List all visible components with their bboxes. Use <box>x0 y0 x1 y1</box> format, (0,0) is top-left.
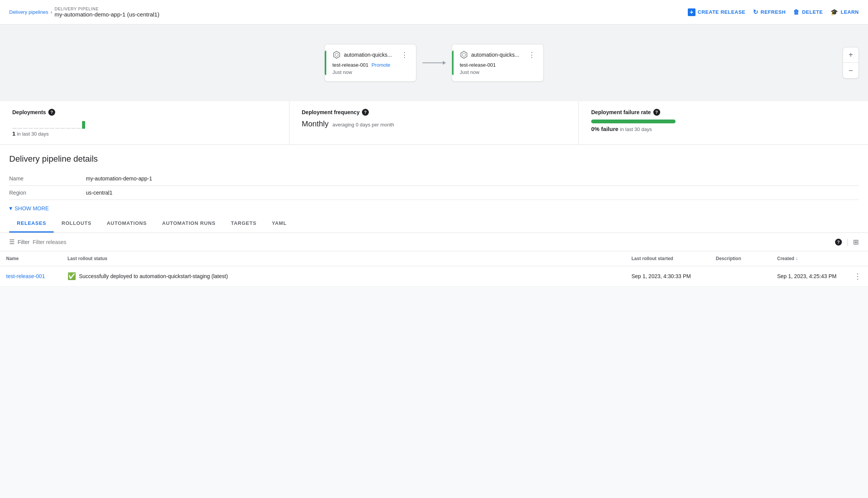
delete-icon: 🗑 <box>793 9 800 16</box>
pipeline-canvas: automation-quicks... ⋮ test-release-001 … <box>0 25 868 101</box>
releases-table: Name Last rollout status Last rollout st… <box>0 251 868 287</box>
delivery-pipelines-link[interactable]: Delivery pipelines <box>9 9 48 15</box>
chart-dash-6 <box>39 128 44 129</box>
status-cell: ✅ Successfully deployed to automation-qu… <box>67 272 619 280</box>
chart-dash-7 <box>44 128 49 129</box>
failure-label: Deployment failure rate ? <box>591 109 856 116</box>
chart-dash-4 <box>28 128 33 129</box>
row-name: test-release-001 <box>0 266 61 287</box>
failure-value: 0% failure in last 30 days <box>591 126 856 132</box>
create-release-button[interactable]: + CREATE RELEASE <box>688 8 746 16</box>
deployments-period: in last 30 days <box>17 131 49 137</box>
chart-dash-9 <box>55 128 60 129</box>
learn-button[interactable]: 🎓 LEARN <box>830 8 859 16</box>
show-more-button[interactable]: ▾ SHOW MORE <box>9 200 859 215</box>
chart-dash-10 <box>61 128 65 129</box>
frequency-label: Deployment frequency ? <box>302 109 566 116</box>
filter-divider: | <box>847 238 848 246</box>
create-release-label: CREATE RELEASE <box>698 9 746 15</box>
delete-label: DELETE <box>802 9 823 15</box>
frequency-help-icon[interactable]: ? <box>362 109 369 116</box>
detail-label: Name <box>9 172 86 186</box>
row-actions: ⋮ <box>848 266 868 287</box>
deployments-value: 1 in last 30 days <box>12 130 277 137</box>
filter-bar: ☰ Filter ? | ⊞ <box>0 233 868 251</box>
tab-releases[interactable]: RELEASES <box>9 215 54 233</box>
node-2-icon <box>460 51 468 59</box>
breadcrumb-chevron: › <box>51 9 52 15</box>
filter-input[interactable] <box>33 239 109 245</box>
breadcrumb: Delivery pipelines › DELIVERY PIPELINE m… <box>9 7 159 18</box>
chart-dash-1 <box>12 128 17 129</box>
promote-button[interactable]: Promote <box>372 62 390 68</box>
frequency-value-row: Monthly averaging 0 days per month <box>302 120 566 128</box>
arrow-line <box>422 62 446 63</box>
show-more-label: SHOW MORE <box>15 205 49 211</box>
failure-period: in last 30 days <box>620 126 652 132</box>
delete-button[interactable]: 🗑 DELETE <box>793 9 823 16</box>
plus-icon: + <box>688 8 695 16</box>
detail-value: my-automation-demo-app-1 <box>86 172 859 186</box>
node-1-menu-button[interactable]: ⋮ <box>401 51 408 59</box>
col-actions <box>848 251 868 266</box>
node-2-title: automation-quicks... <box>460 51 519 59</box>
node-1-name: automation-quicks... <box>344 52 392 58</box>
filter-icon: ☰ <box>9 238 15 246</box>
node-1-release-name: test-release-001 <box>332 62 368 68</box>
details-row: Namemy-automation-demo-app-1 <box>9 172 859 186</box>
zoom-in-button[interactable]: + <box>843 48 858 63</box>
frequency-value: Monthly <box>302 120 329 128</box>
refresh-button[interactable]: ↻ REFRESH <box>753 8 786 16</box>
filter-help-icon[interactable]: ? <box>835 239 842 246</box>
node-2-release-name: test-release-001 <box>460 62 496 68</box>
pipeline-nodes: automation-quicks... ⋮ test-release-001 … <box>324 44 544 82</box>
learn-label: LEARN <box>841 9 859 15</box>
table-header-row: Name Last rollout status Last rollout st… <box>0 251 868 266</box>
zoom-out-button[interactable]: − <box>843 63 858 78</box>
tab-automations[interactable]: AUTOMATIONS <box>99 215 154 233</box>
section-title: Delivery pipeline details <box>9 154 859 164</box>
node-2-release-row: test-release-001 <box>460 62 536 68</box>
filter-left: ☰ Filter <box>9 238 109 246</box>
node-2-menu-button[interactable]: ⋮ <box>528 51 536 59</box>
col-name: Name <box>0 251 61 266</box>
refresh-icon: ↻ <box>753 8 758 16</box>
frequency-metric: Deployment frequency ? Monthly averaging… <box>289 101 579 144</box>
sort-arrow: ↓ <box>796 256 798 261</box>
node-1-header: automation-quicks... ⋮ <box>332 51 408 59</box>
deployments-help-icon[interactable]: ? <box>48 109 55 116</box>
pipeline-info: DELIVERY PIPELINE my-automation-demo-app… <box>54 7 159 18</box>
col-started: Last rollout started <box>625 251 710 266</box>
chart-dash-5 <box>34 128 38 129</box>
columns-icon[interactable]: ⊞ <box>853 238 859 246</box>
chart-dash-3 <box>23 128 28 129</box>
release-name-link[interactable]: test-release-001 <box>6 273 45 279</box>
tab-rollouts[interactable]: ROLLOUTS <box>54 215 99 233</box>
releases-table-container: Name Last rollout status Last rollout st… <box>0 251 868 287</box>
row-status: ✅ Successfully deployed to automation-qu… <box>61 266 625 287</box>
row-menu-button[interactable]: ⋮ <box>854 272 862 280</box>
table-row: test-release-001 ✅ Successfully deployed… <box>0 266 868 287</box>
tab-yaml[interactable]: YAML <box>264 215 294 233</box>
node-2-name: automation-quicks... <box>471 52 519 58</box>
chart-dash-12 <box>71 128 76 129</box>
col-created[interactable]: Created ↓ <box>771 251 848 266</box>
deployments-count: 1 <box>12 130 15 137</box>
filter-label[interactable]: Filter <box>18 239 30 245</box>
header-actions: + CREATE RELEASE ↻ REFRESH 🗑 DELETE 🎓 LE… <box>688 8 859 16</box>
failure-help-icon[interactable]: ? <box>653 109 660 116</box>
tab-targets[interactable]: TARGETS <box>223 215 264 233</box>
detail-label: Region <box>9 186 86 200</box>
deployments-label: Deployments ? <box>12 109 277 116</box>
chevron-down-icon: ▾ <box>9 205 12 212</box>
zoom-controls: + − <box>843 47 859 79</box>
top-bar: Delivery pipelines › DELIVERY PIPELINE m… <box>0 0 868 25</box>
tab-automation-runs[interactable]: AUTOMATION RUNS <box>155 215 223 233</box>
row-created: Sep 1, 2023, 4:25:43 PM <box>771 266 848 287</box>
chart-dash-2 <box>18 128 22 129</box>
pipeline-name-label: my-automation-demo-app-1 (us-central1) <box>54 11 159 18</box>
chart-dash-8 <box>50 128 54 129</box>
tabs-bar: RELEASESROLLOUTSAUTOMATIONSAUTOMATION RU… <box>0 215 868 233</box>
node-1-release-row: test-release-001 Promote <box>332 62 408 68</box>
failure-metric: Deployment failure rate ? 0% failure in … <box>579 101 868 144</box>
